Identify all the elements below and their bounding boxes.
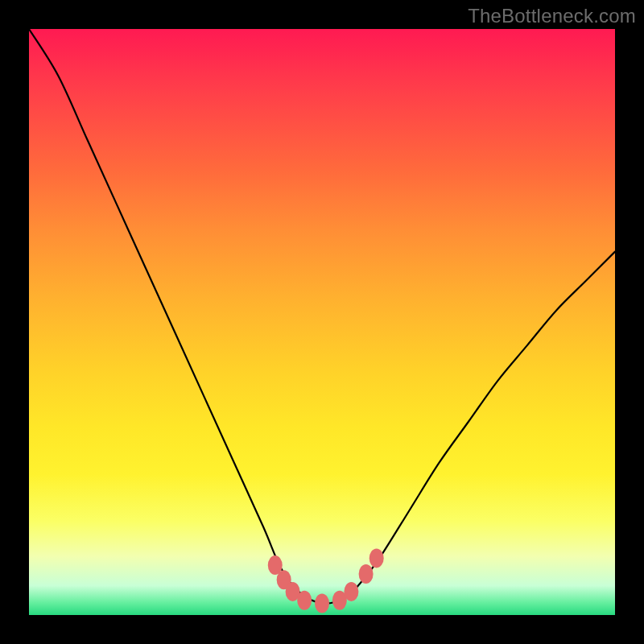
curve-svg	[29, 29, 615, 615]
curve-marker	[315, 593, 329, 613]
curve-marker	[359, 564, 374, 584]
chart-frame: TheBottleneck.com	[0, 0, 644, 644]
curve-markers	[268, 548, 384, 613]
plot-area	[29, 29, 615, 615]
curve-marker	[369, 548, 384, 568]
curve-marker	[297, 591, 312, 610]
watermark-text: TheBottleneck.com	[468, 5, 636, 27]
curve-marker	[344, 582, 358, 601]
bottleneck-curve	[29, 29, 615, 604]
